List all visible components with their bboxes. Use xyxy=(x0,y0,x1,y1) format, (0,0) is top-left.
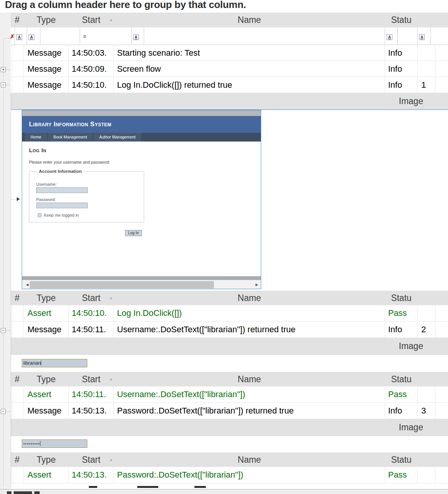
tree-line xyxy=(11,199,16,200)
image-detail-band[interactable]: Image xyxy=(11,338,448,354)
collapse-button[interactable]: − xyxy=(1,328,6,333)
cell-start: 14:50:11. xyxy=(69,386,114,402)
clipped-row-text xyxy=(137,486,158,488)
auto-filter-row: ✗ A A = A A A xyxy=(11,27,448,45)
log-image-username-capture[interactable]: librarian xyxy=(22,359,87,367)
cell-index: 2 xyxy=(417,322,435,338)
group-by-drop-zone[interactable]: Drag a column header here to group by th… xyxy=(5,0,447,13)
column-header-type[interactable]: Type xyxy=(24,452,69,467)
app-title: Library Information System xyxy=(22,116,261,133)
filter-cell-4[interactable] xyxy=(398,27,417,45)
table-row[interactable]: Message 14:50:10. Log In.DoClick([]) ret… xyxy=(11,77,448,93)
column-header-start[interactable]: Start▲ xyxy=(69,372,114,386)
cell-type: Message xyxy=(24,61,69,77)
filter-cell-index[interactable]: A xyxy=(417,27,431,45)
table-row[interactable]: Assert 14:50:10. Log In.DoClick([]) Pass xyxy=(11,305,448,322)
cell-name: Password:.DoSetText(["librarian"]) retur… xyxy=(114,403,385,419)
scroll-left-icon: ◄ xyxy=(25,282,29,287)
cell-type: Assert xyxy=(24,386,69,402)
filter-cell-type[interactable] xyxy=(40,27,80,45)
text-filter-icon[interactable]: A xyxy=(419,34,425,40)
cell-index xyxy=(417,467,435,483)
table-row[interactable]: Message 14:50:09. Screen flow Info xyxy=(11,61,448,77)
column-header-name[interactable]: Name xyxy=(114,372,385,386)
equals-filter-icon[interactable]: = xyxy=(83,34,86,40)
app-header-bar: Library Information System xyxy=(22,116,261,133)
column-header-name[interactable]: Name xyxy=(114,452,385,467)
clipped-row-text xyxy=(89,486,97,488)
column-header-start[interactable]: Start▲ xyxy=(69,452,114,467)
text-filter-icon[interactable]: A xyxy=(29,34,34,40)
cell-status: Pass xyxy=(385,305,417,321)
grid-header: # Type Start▲ Name Statu xyxy=(11,291,448,305)
filter-cell-2[interactable]: A xyxy=(27,27,40,45)
column-header-status[interactable]: Statu xyxy=(385,13,417,27)
tree-line xyxy=(6,330,10,331)
column-header-name[interactable]: Name xyxy=(114,291,385,305)
expand-button[interactable]: + xyxy=(1,67,6,72)
cell-status: Info xyxy=(385,403,417,419)
cell-name: Starting scenario: Test xyxy=(114,45,385,61)
column-header-type[interactable]: Type xyxy=(24,13,69,27)
clipped-footer-text xyxy=(14,491,32,494)
screenshot-browser-chrome xyxy=(22,110,261,116)
filter-cell-start[interactable]: = xyxy=(80,27,132,45)
collapse-button[interactable]: − xyxy=(1,82,6,87)
table-row[interactable]: Assert 14:50:13. Password:.DoSetText(["l… xyxy=(11,467,448,483)
column-header-num[interactable]: # xyxy=(11,291,24,305)
cell-type: Message xyxy=(24,403,69,419)
cell-start: 14:50:10. xyxy=(69,305,114,321)
table-row[interactable]: Message 14:50:11. Username:.DoSetText(["… xyxy=(11,322,448,338)
column-header-start[interactable]: Start▲ xyxy=(69,13,114,27)
image-detail-band[interactable]: Image xyxy=(11,93,448,109)
text-filter-icon[interactable]: A xyxy=(16,34,22,40)
nav-tab-author-management: Author Management xyxy=(93,133,141,142)
filter-cell-status[interactable]: A xyxy=(385,27,398,45)
text-filter-icon[interactable]: A xyxy=(133,34,139,40)
unpin-filter-icon[interactable]: ✗ xyxy=(10,34,15,39)
cell-start: 14:50:13. xyxy=(69,467,114,483)
log-image-screenshot[interactable]: Library Information System Home Book Man… xyxy=(22,110,261,289)
sort-ascending-icon: ▲ xyxy=(109,291,113,305)
filter-cell-1[interactable]: A xyxy=(15,27,27,45)
column-header-type[interactable]: Type xyxy=(24,291,69,305)
collapse-button[interactable]: − xyxy=(1,409,6,414)
image-band-label: Image xyxy=(399,93,423,109)
sort-ascending-icon: ▲ xyxy=(109,452,113,467)
filter-cell-3[interactable]: A xyxy=(132,27,144,45)
keep-logged-in-checkbox xyxy=(38,213,42,217)
screenshot-bottom-chrome xyxy=(22,276,261,280)
clipped-footer-text xyxy=(34,491,40,494)
filter-cell-5[interactable] xyxy=(431,27,448,45)
column-header-type[interactable]: Type xyxy=(24,372,69,386)
column-header-num[interactable]: # xyxy=(11,13,24,27)
column-header-status[interactable]: Statu xyxy=(385,372,417,386)
column-header-name[interactable]: Name xyxy=(114,13,385,27)
image-detail-panel: Library Information System Home Book Man… xyxy=(11,109,448,291)
image-detail-band[interactable]: Image xyxy=(11,419,448,436)
tree-line xyxy=(6,85,10,85)
column-header-num[interactable]: # xyxy=(11,452,24,467)
text-filter-icon[interactable]: A xyxy=(387,34,392,40)
log-grid: # Type Start▲ Name Statu ✗ A A = A A A M… xyxy=(11,13,448,489)
log-image-password-capture[interactable]: ••••••••• xyxy=(22,439,87,448)
table-row[interactable]: Message 14:50:03. Starting scenario: Tes… xyxy=(11,45,448,61)
app-nav-bar: Home Book Management Author Management xyxy=(22,133,261,142)
cell-status: Info xyxy=(385,45,417,61)
filter-cell-name[interactable] xyxy=(144,27,385,45)
cell-type: Message xyxy=(24,77,69,93)
username-label: Username: xyxy=(36,182,57,187)
column-header-status[interactable]: Statu xyxy=(385,291,417,305)
table-row[interactable]: Message 14:50:13. Password:.DoSetText(["… xyxy=(11,403,448,419)
cell-start: 14:50:09. xyxy=(69,61,114,77)
clipped-next-row xyxy=(11,483,448,489)
table-row[interactable]: Assert 14:50:11. Username:.DoSetText(["l… xyxy=(11,386,448,403)
cell-type: Assert xyxy=(24,305,69,321)
column-header-num[interactable]: # xyxy=(11,372,24,386)
cell-type: Message xyxy=(24,322,69,338)
text-caret xyxy=(40,441,40,446)
filter-cell-pin[interactable]: ✗ xyxy=(11,27,15,45)
password-label: Password: xyxy=(36,197,56,202)
column-header-status[interactable]: Statu xyxy=(385,452,417,467)
column-header-start[interactable]: Start▲ xyxy=(69,291,114,305)
